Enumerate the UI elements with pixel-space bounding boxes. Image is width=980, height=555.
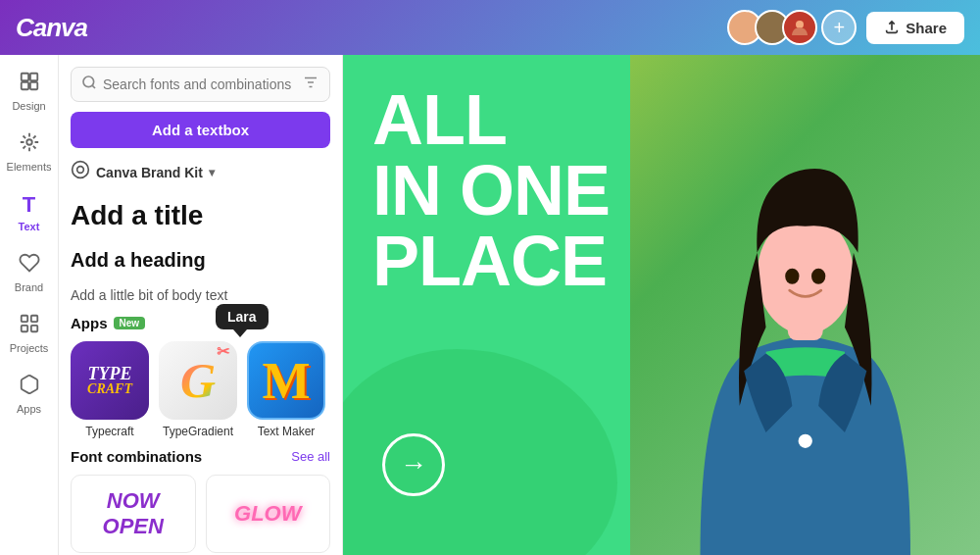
textmaker-label: Text Maker [258, 425, 316, 438]
svg-point-0 [796, 21, 804, 28]
add-textbox-button[interactable]: Add a textbox [71, 112, 330, 148]
tm-letter: M [262, 352, 310, 410]
canvas-text-line1: ALL [372, 84, 610, 155]
design-icon [19, 71, 40, 97]
svg-point-5 [26, 139, 32, 145]
canvas-content: ALL IN ONE PLACE → [343, 55, 980, 555]
sidebar-item-projects[interactable]: Projects [4, 305, 55, 362]
sidebar-item-label: Apps [17, 403, 41, 415]
add-title-button[interactable]: Add a title [71, 196, 330, 235]
sidebar-navigation: Design Elements T Text Brand [0, 55, 59, 555]
typegradient-label: TypeGradient [163, 425, 233, 438]
see-all-link[interactable]: See all [291, 449, 330, 464]
font-combo-now-open[interactable]: NOWOPEN [71, 475, 196, 553]
apps-section-header: Apps New [71, 315, 330, 331]
textmaker-icon: M [247, 341, 325, 420]
sidebar-item-brand[interactable]: Brand [4, 244, 55, 301]
search-input[interactable] [103, 76, 296, 92]
canvas-area[interactable]: ALL IN ONE PLACE → [343, 55, 980, 555]
svg-point-20 [798, 434, 811, 448]
canvas-text-line3: PLACE [372, 226, 610, 296]
svg-point-15 [77, 167, 84, 174]
typecraft-label: Typecraft [85, 425, 133, 438]
new-badge: New [114, 317, 146, 329]
tooltip-bubble: Lara [216, 304, 269, 329]
brand-icon [19, 252, 40, 278]
search-bar [71, 67, 330, 102]
canvas-text-block: ALL IN ONE PLACE [372, 84, 610, 296]
sidebar-item-apps[interactable]: Apps [4, 366, 55, 423]
apps-icon [19, 374, 40, 400]
sidebar-item-label: Text [19, 221, 40, 232]
add-body-button[interactable]: Add a little bit of body text [71, 285, 330, 305]
add-heading-button[interactable]: Add a heading [71, 245, 330, 276]
sidebar-item-label: Design [12, 100, 45, 112]
avatar-group: + [727, 10, 857, 45]
canvas-person-image [630, 55, 981, 555]
canvas-main-text: ALL IN ONE PLACE [372, 84, 610, 296]
font-combinations-header: Font combinations See all [71, 448, 330, 465]
sidebar-item-text[interactable]: T Text [4, 184, 55, 240]
search-icon [81, 75, 97, 94]
typecraft-icon: TYPE CRAFT [71, 341, 149, 420]
sidebar-item-label: Projects [10, 342, 49, 354]
brand-kit-row[interactable]: Canva Brand Kit ▾ [71, 158, 330, 186]
svg-rect-3 [21, 82, 27, 89]
text-icon: T [23, 192, 35, 218]
app-item-textmaker[interactable]: M Text Maker [247, 341, 325, 438]
brand-kit-label: Canva Brand Kit [96, 165, 203, 180]
sidebar-item-design[interactable]: Design [4, 63, 55, 120]
font-combinations-title: Font combinations [71, 448, 202, 465]
combo-now-open-text: NOWOPEN [103, 488, 164, 539]
canva-logo: Canva [16, 13, 87, 43]
svg-point-14 [73, 162, 89, 178]
share-icon [884, 20, 900, 35]
app-item-typecraft[interactable]: TYPE CRAFT Typecraft [71, 341, 149, 438]
sidebar-item-label: Elements [7, 161, 52, 173]
tg-g-letter: G [180, 353, 216, 408]
typecraft-line1: TYPE [88, 365, 132, 382]
svg-rect-9 [30, 326, 36, 331]
svg-rect-6 [21, 316, 26, 322]
svg-rect-4 [29, 82, 36, 89]
sidebar-item-elements[interactable]: Elements [4, 124, 55, 180]
svg-rect-8 [21, 326, 26, 331]
chevron-down-icon: ▾ [209, 166, 215, 179]
canvas-text-line2: IN ONE [372, 155, 610, 226]
share-label: Share [906, 20, 947, 36]
apps-grid: Lara TYPE CRAFT Typecraft G ✂ [71, 341, 330, 438]
svg-point-10 [83, 76, 94, 87]
text-panel: Add a textbox Canva Brand Kit ▾ Add a ti… [59, 55, 343, 555]
app-header: Canva + Share [0, 0, 980, 55]
filter-icon[interactable] [302, 74, 319, 95]
sidebar-item-label: Brand [15, 281, 43, 293]
font-combo-glow[interactable]: GLOW [206, 475, 331, 553]
svg-rect-1 [21, 74, 27, 80]
elements-icon [19, 131, 40, 158]
tg-scissors-icon: ✂ [217, 342, 229, 361]
typegradient-icon: G ✂ [159, 341, 237, 420]
apps-label: Apps [71, 315, 108, 331]
svg-rect-7 [30, 316, 36, 322]
font-combo-row: NOWOPEN GLOW [71, 475, 330, 553]
share-button[interactable]: Share [866, 12, 964, 44]
canvas-arrow-button[interactable]: → [382, 433, 445, 496]
avatar [782, 10, 817, 45]
svg-rect-2 [29, 74, 36, 80]
projects-icon [19, 313, 40, 339]
main-area: Design Elements T Text Brand [0, 55, 980, 555]
brand-kit-icon [71, 160, 90, 184]
tooltip-text: Lara [227, 309, 257, 325]
add-collaborator-button[interactable]: + [821, 10, 857, 45]
header-right: + Share [727, 10, 964, 45]
svg-point-19 [811, 269, 825, 284]
combo-glow-text: GLOW [234, 501, 301, 527]
person-silhouette [630, 55, 981, 555]
svg-point-18 [785, 269, 799, 284]
app-item-typegradient[interactable]: G ✂ TypeGradient [159, 341, 237, 438]
arrow-icon: → [400, 449, 427, 480]
typecraft-line2: CRAFT [87, 382, 132, 396]
